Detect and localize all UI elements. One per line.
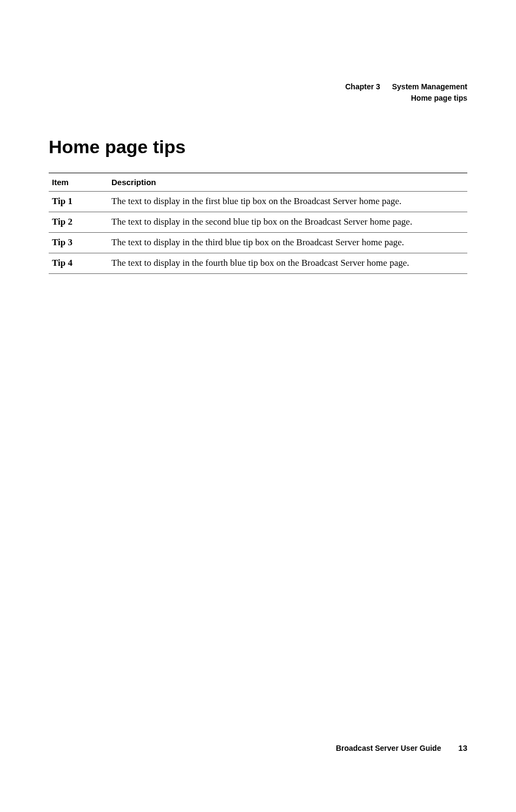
footer-doc-title: Broadcast Server User Guide	[336, 744, 441, 752]
tips-table: Item Description Tip 1 The text to displ…	[49, 173, 467, 274]
column-header-item: Item	[49, 173, 108, 192]
table-row: Tip 4 The text to display in the fourth …	[49, 253, 467, 273]
page-footer: Broadcast Server User Guide 13	[336, 743, 467, 752]
item-cell: Tip 4	[49, 253, 108, 273]
page: Chapter 3 System Management Home page ti…	[0, 0, 516, 812]
description-cell: The text to display in the third blue ti…	[108, 232, 467, 253]
table-header-row: Item Description	[49, 173, 467, 192]
header-line-1: Chapter 3 System Management	[49, 81, 467, 93]
item-cell: Tip 2	[49, 212, 108, 232]
page-header: Chapter 3 System Management Home page ti…	[49, 81, 467, 104]
description-cell: The text to display in the second blue t…	[108, 212, 467, 232]
chapter-label: Chapter 3	[345, 82, 380, 91]
description-cell: The text to display in the first blue ti…	[108, 192, 467, 212]
section-title: Home page tips	[49, 136, 467, 158]
table-row: Tip 3 The text to display in the third b…	[49, 232, 467, 253]
table-row: Tip 1 The text to display in the first b…	[49, 192, 467, 212]
header-subsection: Home page tips	[49, 93, 467, 104]
item-cell: Tip 1	[49, 192, 108, 212]
chapter-title: System Management	[392, 82, 467, 91]
footer-page-number: 13	[458, 743, 467, 752]
table-row: Tip 2 The text to display in the second …	[49, 212, 467, 232]
description-cell: The text to display in the fourth blue t…	[108, 253, 467, 273]
item-cell: Tip 3	[49, 232, 108, 253]
column-header-description: Description	[108, 173, 467, 192]
